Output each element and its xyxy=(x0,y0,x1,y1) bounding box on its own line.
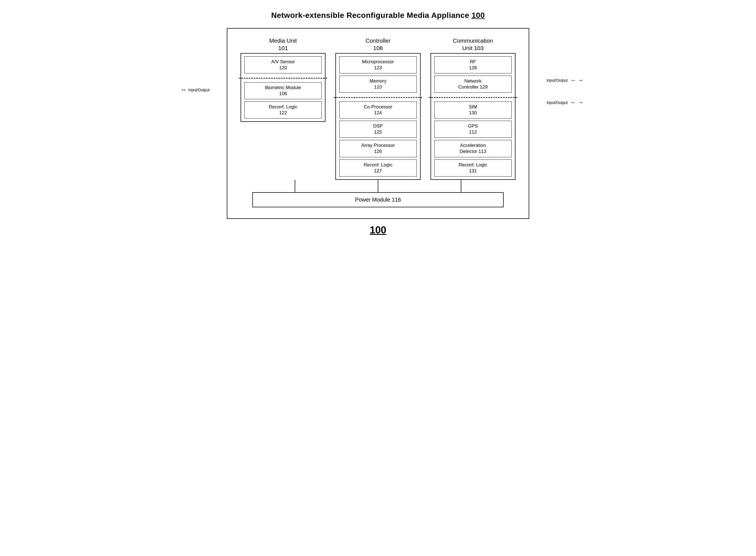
reconf-logic-131-box: Reconf. Logic131 xyxy=(434,160,512,177)
reconf-logic-122-box: Reconf. Logic122 xyxy=(244,101,322,118)
comm-unit-label: CommunicationUnit 103 xyxy=(453,37,493,52)
connector-ctrl xyxy=(378,180,378,192)
power-module-box: Power Module 116 xyxy=(252,192,504,207)
right-io-2: Input/Output ← → xyxy=(546,99,584,106)
controller-label: Controller108 xyxy=(365,37,390,52)
right-arrow-icon-1: ← xyxy=(570,77,576,84)
left-arrow-icon: ↔ xyxy=(181,86,187,94)
array-processor-box: Array Processor126 xyxy=(339,140,417,157)
network-controller-box: NetworkController 129 xyxy=(434,76,512,93)
biometric-module-box: Biometric Module106 xyxy=(244,82,322,99)
rf-box: RF128 xyxy=(434,56,512,73)
sim-box: SIM130 xyxy=(434,101,512,118)
media-unit-box: A/V Sensor120 Biometric Module106 Reconf… xyxy=(241,53,325,122)
right-io-label-2: Input/Output xyxy=(546,100,568,105)
connector-comm xyxy=(461,180,461,192)
controller-box: Microprocessor123 Memory110 Co-Processor… xyxy=(335,53,420,180)
acceleration-detector-box: AccelerationDetector 113 xyxy=(434,140,512,157)
media-unit-label: Media Unit101 xyxy=(269,37,297,52)
comm-unit-section: CommunicationUnit 103 RF128 NetworkContr… xyxy=(428,37,518,180)
microprocessor-box: Microprocessor123 xyxy=(339,56,417,73)
comm-unit-box: RF128 NetworkController 129 SIM130 GPS11… xyxy=(431,53,515,180)
reconf-logic-127-box: Reconf. Logic127 xyxy=(339,160,417,177)
right-arrow-icon-2: ← xyxy=(570,99,576,106)
dsp-box: DSP125 xyxy=(339,121,417,138)
gps-box: GPS112 xyxy=(434,121,512,138)
co-processor-box: Co-Processor124 xyxy=(339,101,417,118)
main-diagram-label: 100 xyxy=(227,224,529,236)
memory-box: Memory110 xyxy=(339,76,417,93)
right-io-label-1: Input/Output xyxy=(546,78,568,82)
right-io-1: Input/Output ← → xyxy=(546,77,584,84)
left-io-label: Input/Output xyxy=(188,88,210,92)
media-unit-section: Media Unit101 A/V Sensor120 Biometric Mo… xyxy=(238,37,328,180)
connector-media xyxy=(295,180,295,192)
controller-section: Controller108 Microprocessor123 Memory11… xyxy=(333,37,423,180)
av-sensor-box: A/V Sensor120 xyxy=(244,56,322,73)
page-title: Network-extensible Reconfigurable Media … xyxy=(271,11,485,20)
